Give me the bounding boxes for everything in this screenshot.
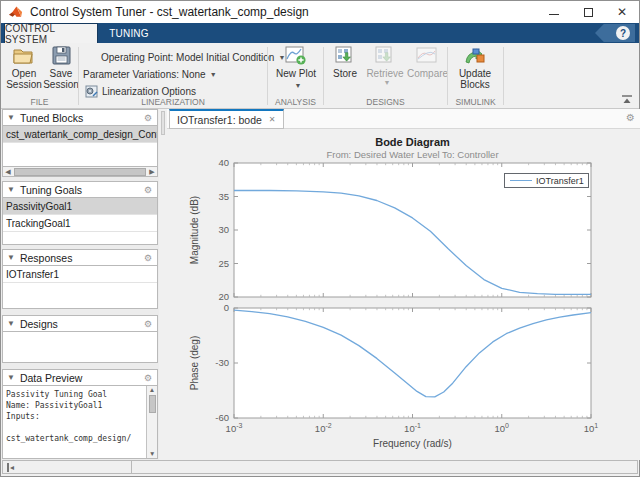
list-item[interactable]: cst_watertank_comp_design_Controller: [3, 126, 157, 143]
parameter-variations-dropdown[interactable]: None: [182, 69, 206, 80]
save-session-button[interactable]: Save Session: [41, 46, 81, 96]
collapse-triangle-icon[interactable]: ▼: [7, 253, 15, 262]
compare-button[interactable]: Compare: [407, 46, 447, 96]
document-tab-bar: IOTransfer1: bode ✕ ⚙: [167, 109, 640, 129]
gear-icon[interactable]: ⚙: [626, 112, 635, 123]
collapse-triangle-icon[interactable]: ▼: [7, 319, 15, 328]
horizontal-scrollbar[interactable]: ◀ ▶: [2, 167, 158, 177]
bode-figure: Bode Diagram From: Desired Water Level T…: [167, 129, 640, 460]
collapse-sidebar-button[interactable]: ◂: [7, 463, 14, 472]
window-title: Control System Tuner - cst_watertank_com…: [30, 5, 309, 19]
y-tick-label: 30: [218, 224, 229, 235]
magnitude-axis-label: Magnitude (dB): [189, 196, 200, 264]
scrollbar-thumb[interactable]: [14, 168, 146, 176]
list-item[interactable]: PassivityGoal1: [3, 198, 157, 215]
panel-header-data-preview[interactable]: ▼ Data Preview ⚙: [2, 369, 158, 386]
vertical-scrollbar[interactable]: ▲ ▼: [146, 386, 157, 458]
gear-icon[interactable]: ⚙: [144, 319, 152, 329]
list-item[interactable]: IOTransfer1: [3, 266, 157, 283]
list-item[interactable]: TrackingGoal1: [3, 215, 157, 232]
status-bar-right: [132, 460, 638, 474]
scroll-down-icon[interactable]: ▼: [149, 450, 155, 457]
data-preview-text: Passivity Tuning GoalName: PassivityGoal…: [3, 386, 157, 444]
store-icon: [334, 46, 356, 66]
sidebar-splitter[interactable]: [159, 109, 167, 460]
collapse-triangle-icon[interactable]: ▼: [7, 373, 15, 382]
ribbon-section-simulink: Update Blocks SIMULINK: [448, 43, 503, 108]
tab-control-system[interactable]: CONTROL SYSTEM: [4, 23, 98, 43]
panel-header-tuning-goals[interactable]: ▼ Tuning Goals ⚙: [2, 181, 158, 198]
store-button[interactable]: Store: [327, 46, 363, 96]
chevron-down-icon: ▼: [295, 82, 302, 89]
operating-point-dropdown[interactable]: Model Initial Condition: [176, 52, 274, 63]
ribbon-section-linearization: Operating Point: Model Initial Condition…: [79, 43, 267, 108]
section-label-simulink: SIMULINK: [448, 97, 503, 107]
plot-subtitle: From: Desired Water Level To: Controller: [214, 149, 611, 160]
minimize-button[interactable]: [537, 1, 571, 23]
y-tick-label: 25: [218, 258, 229, 269]
status-bar-left: ◂: [2, 460, 132, 474]
maximize-button[interactable]: [571, 1, 605, 23]
responses-list: IOTransfer1: [2, 266, 158, 309]
retrieve-icon: [374, 46, 396, 66]
ribbon-toolbar: Open Session Save Session FILE Operating…: [1, 43, 639, 109]
save-disk-icon: [51, 46, 72, 66]
new-plot-button[interactable]: New Plot ▼: [276, 46, 316, 96]
compare-icon: [415, 46, 439, 66]
new-plot-icon: [284, 46, 308, 66]
help-button[interactable]: ?: [595, 24, 635, 42]
section-label-linearization: LINEARIZATION: [79, 97, 267, 107]
section-label-designs: DESIGNS: [324, 97, 447, 107]
panel-header-tuned-blocks[interactable]: ▼ Tuned Blocks ⚙: [2, 109, 158, 126]
scroll-left-icon[interactable]: ◀: [3, 168, 13, 176]
tuning-goals-list: PassivityGoal1TrackingGoal1: [2, 198, 158, 245]
scrollbar-thumb[interactable]: [149, 395, 156, 413]
tuned-blocks-list: cst_watertank_comp_design_Controller: [2, 126, 158, 167]
y-tick-label: 0: [224, 302, 229, 313]
close-tab-icon[interactable]: ✕: [269, 115, 276, 124]
chevron-down-icon: ▼: [384, 79, 391, 86]
legend-line-sample: [510, 180, 532, 181]
y-tick-label: 35: [218, 191, 229, 202]
scroll-up-icon[interactable]: ▲: [147, 386, 157, 393]
plot-title: Bode Diagram: [234, 136, 591, 148]
gear-icon[interactable]: ⚙: [144, 185, 152, 195]
help-icon: ?: [616, 26, 630, 40]
collapse-triangle-icon[interactable]: ▼: [7, 113, 15, 122]
y-tick-label: -30: [215, 357, 229, 368]
gear-icon[interactable]: ⚙: [144, 253, 152, 263]
tab-tuning[interactable]: TUNING: [98, 23, 160, 43]
open-session-button[interactable]: Open Session: [4, 46, 44, 96]
panel-header-designs[interactable]: ▼ Designs ⚙: [2, 315, 158, 332]
collapse-ribbon-button[interactable]: [621, 95, 633, 104]
close-button[interactable]: ✕: [605, 1, 639, 23]
collapse-triangle-icon[interactable]: ▼: [7, 185, 15, 194]
document-tab-iotransfer1-bode[interactable]: IOTransfer1: bode ✕: [169, 109, 284, 129]
ribbon-tab-bar: CONTROL SYSTEM TUNING ?: [1, 23, 639, 43]
x-tick-label: 100: [495, 422, 510, 434]
plot-legend[interactable]: IOTransfer1: [504, 173, 589, 188]
x-tick-label: 10-2: [315, 422, 332, 434]
title-bar: Control System Tuner - cst_watertank_com…: [1, 1, 639, 23]
retrieve-button[interactable]: Retrieve ▼: [365, 46, 405, 96]
section-label-analysis: ANALYSIS: [268, 97, 323, 107]
update-blocks-button[interactable]: Update Blocks: [455, 46, 495, 96]
chevron-down-icon[interactable]: ▼: [210, 71, 217, 78]
phase-axes: [234, 308, 591, 418]
y-tick-label: -60: [215, 412, 229, 423]
x-axis-label: Frequency (rad/s): [234, 438, 591, 449]
ribbon-section-designs: Store Retrieve ▼ Compare: [324, 43, 447, 108]
scroll-right-icon[interactable]: ▶: [147, 168, 157, 176]
app-window: Control System Tuner - cst_watertank_com…: [0, 0, 640, 477]
gear-icon[interactable]: ⚙: [144, 373, 152, 383]
panel-header-responses[interactable]: ▼ Responses ⚙: [2, 249, 158, 266]
status-bar: ◂: [1, 460, 639, 475]
plot-document-area: IOTransfer1: bode ✕ ⚙ Bode Diagram From:…: [167, 109, 640, 460]
operating-point-label: Operating Point:: [101, 52, 173, 63]
designs-list: [2, 332, 158, 363]
open-folder-icon: [12, 46, 36, 66]
legend-label: IOTransfer1: [536, 176, 584, 186]
matlab-logo-icon: [8, 5, 23, 19]
gear-icon[interactable]: ⚙: [144, 113, 152, 123]
x-tick-label: 10-3: [226, 422, 243, 434]
